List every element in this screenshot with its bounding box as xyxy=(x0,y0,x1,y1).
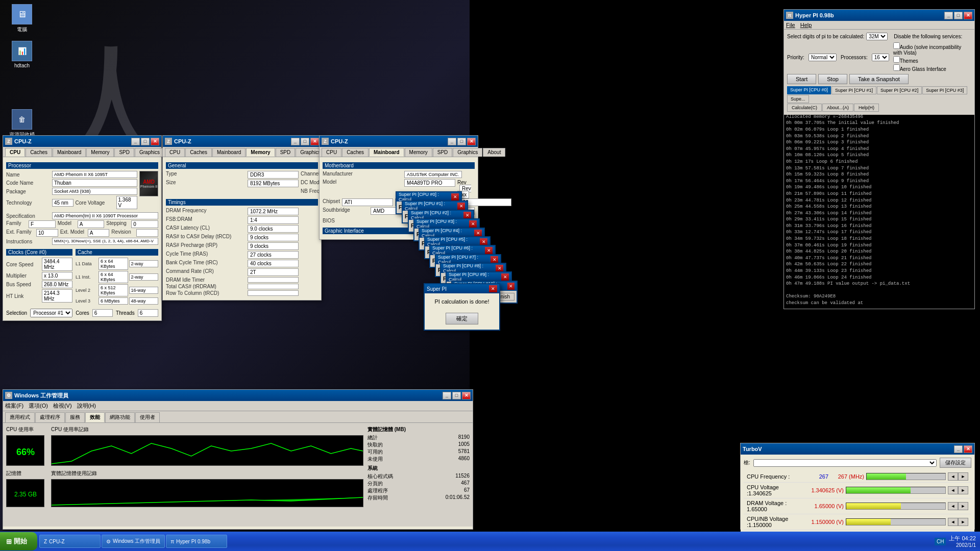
cpu3-tab[interactable]: Super PI [CPU #3] xyxy=(922,86,967,94)
tab2-cpu[interactable]: CPU xyxy=(165,148,185,157)
finish-close-1[interactable]: ✕ xyxy=(451,193,459,201)
icon-recycle[interactable]: 🗑 資源回收桶 xyxy=(4,109,40,138)
finish-close-5[interactable]: ✕ xyxy=(474,230,482,237)
finish-close-8[interactable]: ✕ xyxy=(491,256,498,263)
taskman-minimize[interactable]: _ xyxy=(443,392,451,399)
cpuz1-close[interactable]: ✕ xyxy=(151,138,159,145)
cpu-freq-right[interactable]: ► xyxy=(958,472,968,481)
cpuz2-titlebar[interactable]: Z CPU-Z _ □ ✕ xyxy=(163,136,321,147)
audio-checkbox-label[interactable]: Audio (solve incompatibility with Vista) xyxy=(893,42,971,56)
aero-checkbox[interactable] xyxy=(893,64,900,71)
cpuz2-minimize[interactable]: _ xyxy=(291,138,300,145)
cpunb-volt-slider[interactable] xyxy=(846,518,946,525)
cpuz3-maximize[interactable]: □ xyxy=(457,138,466,145)
tab-memory[interactable]: Memory xyxy=(86,148,114,157)
taskbar-cpuz[interactable]: Z CPU-Z xyxy=(39,535,101,548)
tab-network[interactable]: 網路功能 xyxy=(105,412,135,422)
turbov-save[interactable]: 儲存設定 xyxy=(940,458,971,468)
menu-view-tm[interactable]: 檢視(V) xyxy=(53,402,72,410)
cpu-freq-slider[interactable] xyxy=(866,473,946,480)
processors-select[interactable]: 16 xyxy=(872,54,889,61)
snapshot-button[interactable]: Take a Snapshot xyxy=(849,74,909,84)
pi-done-ok[interactable]: 確定 xyxy=(446,313,478,324)
menu-help[interactable]: Help xyxy=(800,22,812,28)
cpu0-tab[interactable]: Super PI [CPU #0] xyxy=(787,86,831,94)
hyperpi-titlebar[interactable]: π Hyper PI 0.98b _ □ ✕ xyxy=(784,10,974,21)
cpu-volt-slider[interactable] xyxy=(846,487,946,494)
tab-graphics[interactable]: Graphics xyxy=(135,148,164,157)
tab-spd[interactable]: SPD xyxy=(114,148,134,157)
turbov-dropdown[interactable] xyxy=(753,459,937,467)
cpuz2-close[interactable]: ✕ xyxy=(310,138,319,145)
dram-volt-slider[interactable] xyxy=(846,503,946,510)
tab3-cpu[interactable]: CPU xyxy=(322,148,341,157)
cpu-more-tab[interactable]: Supe... xyxy=(787,95,809,103)
stop-button[interactable]: Stop xyxy=(818,74,847,84)
cpunb-volt-right[interactable]: ► xyxy=(958,518,968,526)
cpuz2-maximize[interactable]: □ xyxy=(301,138,309,145)
finish-close-11[interactable]: ✕ xyxy=(507,283,514,290)
icon-computer[interactable]: 🖥 電腦 xyxy=(4,4,40,33)
tab-services[interactable]: 服務 xyxy=(65,412,85,422)
themes-checkbox-label[interactable]: Themes xyxy=(893,56,971,64)
tab3-about[interactable]: About xyxy=(483,148,505,157)
taskman-close[interactable]: ✕ xyxy=(462,392,471,399)
pi-digits-select[interactable]: 32M xyxy=(866,33,888,40)
tab3-caches[interactable]: Caches xyxy=(342,148,369,157)
menu-help-tm[interactable]: 說明(H) xyxy=(77,402,96,410)
cpuz1-minimize[interactable]: _ xyxy=(131,138,140,145)
tab2-memory[interactable]: Memory xyxy=(246,148,275,157)
finish-close-7[interactable]: ✕ xyxy=(485,247,493,254)
taskman-titlebar[interactable]: ⚙ Windows 工作管理員 _ □ ✕ xyxy=(3,390,473,401)
menu-file-tm[interactable]: 檔案(F) xyxy=(5,402,23,410)
finish-close-9[interactable]: ✕ xyxy=(496,265,503,272)
tab2-caches[interactable]: Caches xyxy=(185,148,212,157)
cpu-freq-left[interactable]: ◄ xyxy=(948,472,958,481)
start-button[interactable]: ⊞ 開始 xyxy=(0,532,37,550)
themes-checkbox[interactable] xyxy=(893,56,900,63)
start-button[interactable]: Start xyxy=(787,74,816,84)
tab-mainboard[interactable]: Mainboard xyxy=(53,148,86,157)
finish-close-10[interactable]: ✕ xyxy=(501,273,509,281)
audio-checkbox[interactable] xyxy=(893,42,900,49)
help-tab[interactable]: Help(H) xyxy=(854,104,879,112)
tab3-memory[interactable]: Memory xyxy=(405,148,432,157)
tab-caches[interactable]: Caches xyxy=(26,148,52,157)
menu-file[interactable]: File xyxy=(786,22,795,28)
cpunb-volt-left[interactable]: ◄ xyxy=(948,518,958,526)
icon-hdtach[interactable]: 📊 hdtach xyxy=(4,41,40,68)
calculate-tab[interactable]: Calculate(C) xyxy=(787,104,822,112)
cpu2-tab[interactable]: Super PI [CPU #2] xyxy=(877,86,922,94)
finish-close-3[interactable]: ✕ xyxy=(463,212,471,219)
cpu-volt-right[interactable]: ► xyxy=(958,486,968,494)
cpu1-tab[interactable]: Super PI [CPU #1] xyxy=(831,86,876,94)
tab2-spd[interactable]: SPD xyxy=(276,148,296,157)
pi-done-close[interactable]: ✕ xyxy=(489,285,497,292)
about-tab[interactable]: About...(A) xyxy=(822,104,853,112)
cpuz3-titlebar[interactable]: Z CPU-Z _ □ ✕ xyxy=(320,136,478,147)
cpuz1-maximize[interactable]: □ xyxy=(141,138,150,145)
taskbar-taskman[interactable]: ⚙ Windows 工作管理員 xyxy=(102,535,165,548)
tab3-spd[interactable]: SPD xyxy=(433,148,453,157)
tab3-mainboard[interactable]: Mainboard xyxy=(369,148,404,157)
aero-checkbox-label[interactable]: Aero Glass Interface xyxy=(893,64,971,72)
dram-volt-left[interactable]: ◄ xyxy=(948,502,958,510)
finish-close-2[interactable]: ✕ xyxy=(457,203,465,210)
turbov-close[interactable]: ✕ xyxy=(964,445,972,453)
tab-performance[interactable]: 效能 xyxy=(85,412,105,422)
turbov-titlebar[interactable]: TurboV _ ✕ xyxy=(741,443,974,455)
menu-options-tm[interactable]: 選項(O) xyxy=(29,402,48,410)
cpuz3-close[interactable]: ✕ xyxy=(467,138,476,145)
tab-cpu[interactable]: CPU xyxy=(5,148,25,157)
hyperpi-minimize[interactable]: _ xyxy=(944,12,953,19)
tab-processes[interactable]: 處理程序 xyxy=(35,412,65,422)
processor-select[interactable]: Processor #1 xyxy=(30,309,72,317)
cpuz1-titlebar[interactable]: Z CPU-Z _ □ ✕ xyxy=(3,136,161,147)
tab-apps[interactable]: 應用程式 xyxy=(5,412,35,422)
hyperpi-maximize[interactable]: □ xyxy=(954,12,963,19)
dram-volt-right[interactable]: ► xyxy=(958,502,968,510)
cpuz3-minimize[interactable]: _ xyxy=(448,138,456,145)
turbov-minimize[interactable]: _ xyxy=(954,445,963,453)
tab3-graphics[interactable]: Graphics xyxy=(453,148,482,157)
finish-close-6[interactable]: ✕ xyxy=(480,238,487,245)
